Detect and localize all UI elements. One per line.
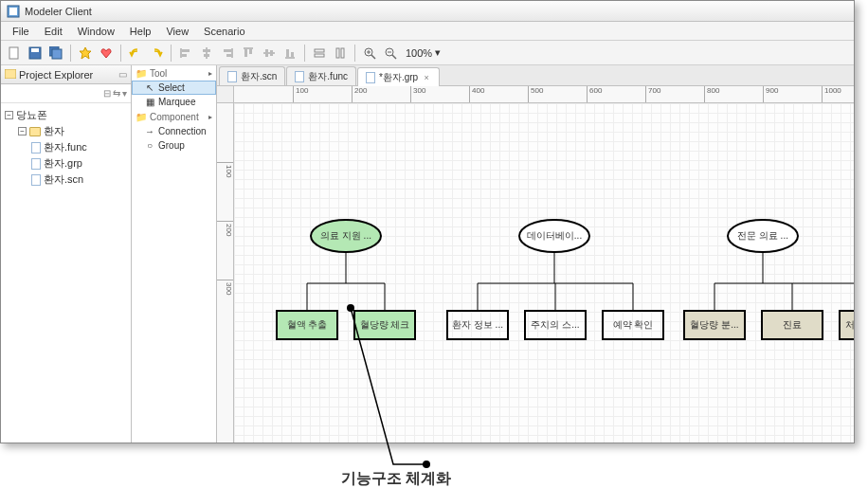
menu-view[interactable]: View — [158, 24, 196, 39]
ruler-tick: 800 — [704, 86, 719, 102]
link-editor-icon[interactable]: ⇆ — [113, 88, 120, 99]
folder-icon: 📁 — [136, 112, 147, 122]
editor-tabs: 환자.scn 환자.func *환자.grp× — [217, 65, 854, 86]
toolbar-separator — [354, 45, 355, 62]
svg-rect-22 — [270, 50, 273, 56]
save-icon[interactable] — [26, 44, 45, 63]
align-bottom-icon[interactable] — [280, 44, 299, 63]
tree-root[interactable]: − 당뇨폰 — [5, 107, 127, 123]
dropdown-icon[interactable]: ▾ — [435, 46, 441, 59]
match-height-icon[interactable] — [331, 44, 350, 63]
zoom-in-icon[interactable] — [360, 44, 379, 63]
diagram-rect[interactable]: 주치의 스... — [524, 310, 587, 340]
undo-icon[interactable] — [126, 44, 145, 63]
tree-label: 당뇨폰 — [16, 108, 47, 122]
zoom-level[interactable]: 100%▾ — [406, 46, 441, 59]
ruler-tick: 300 — [410, 86, 425, 102]
marquee-icon: ▦ — [145, 98, 154, 107]
palette-panel: 📁 Tool ▸ ↖ Select ▦ Marquee 📁 Component … — [132, 65, 217, 443]
toolbar-separator — [171, 45, 172, 62]
match-width-icon[interactable] — [310, 44, 329, 63]
align-middle-icon[interactable] — [260, 44, 279, 63]
svg-rect-6 — [52, 49, 62, 59]
diagram-rect[interactable]: 혈액 추출 — [276, 310, 338, 340]
align-left-icon[interactable] — [176, 44, 195, 63]
toolbar-separator — [70, 45, 71, 62]
align-right-icon[interactable] — [218, 44, 237, 63]
explorer-title: Project Explorer — [19, 69, 93, 81]
align-center-icon[interactable] — [197, 44, 216, 63]
zoom-out-icon[interactable] — [381, 44, 400, 63]
palette-select[interactable]: ↖ Select — [132, 81, 216, 95]
diagram-rect[interactable]: 예약 확인 — [602, 310, 664, 340]
diagram-rect[interactable]: 처방전 발급 — [839, 310, 854, 340]
ruler-tick: 100 — [217, 162, 233, 177]
file-icon — [31, 142, 41, 154]
tree-file[interactable]: 환자.func — [5, 139, 127, 155]
collapse-icon[interactable]: − — [18, 127, 27, 136]
align-top-icon[interactable] — [239, 44, 258, 63]
collapse-icon[interactable]: − — [5, 111, 13, 119]
palette-connection[interactable]: → Connection — [132, 124, 216, 138]
svg-marker-7 — [80, 47, 91, 59]
palette-marquee[interactable]: ▦ Marquee — [132, 95, 216, 109]
diagram-rect[interactable]: 진료 — [761, 310, 823, 340]
menu-help[interactable]: Help — [122, 24, 159, 39]
ruler-horizontal: 10020030040050060070080090010001100 — [217, 86, 854, 103]
svg-rect-2 — [9, 47, 18, 59]
redo-icon[interactable] — [147, 44, 166, 63]
diagram-oval[interactable]: 의료 지원 ... — [310, 219, 382, 253]
cursor-icon: ↖ — [145, 83, 154, 93]
diagram-oval[interactable]: 데이터베이... — [518, 219, 590, 253]
folder-icon: 📁 — [136, 68, 147, 79]
menu-scenario[interactable]: Scenario — [196, 24, 252, 39]
diagram-rect[interactable]: 혈당량 체크 — [353, 310, 416, 340]
favorite-icon[interactable] — [76, 44, 95, 63]
explorer-header: Project Explorer ▭ — [1, 65, 131, 84]
tree-file[interactable]: 환자.grp — [5, 155, 127, 172]
file-icon — [31, 158, 41, 170]
minimize-icon[interactable]: ▭ — [118, 69, 127, 80]
ruler-tick: 600 — [587, 86, 602, 102]
window-title: Modeler Client — [25, 6, 92, 17]
new-icon[interactable] — [5, 44, 24, 63]
svg-line-31 — [371, 55, 375, 59]
group-icon: ○ — [145, 141, 154, 151]
ruler-tick: 200 — [352, 86, 367, 102]
heart-icon[interactable] — [97, 44, 116, 63]
svg-rect-37 — [5, 69, 16, 79]
ruler-tick: 100 — [293, 86, 308, 102]
project-explorer-panel: Project Explorer ▭ ⊟ ⇆ ▾ − 당뇨폰 − 환자 — [1, 65, 132, 443]
svg-rect-10 — [182, 54, 187, 57]
toolbar-separator — [304, 45, 305, 62]
collapse-all-icon[interactable]: ⊟ — [103, 88, 111, 99]
tree-file[interactable]: 환자.scn — [5, 172, 127, 188]
menu-window[interactable]: Window — [70, 24, 122, 39]
menu-file[interactable]: File — [5, 24, 37, 39]
diagram-oval[interactable]: 전문 의료 ... — [727, 219, 799, 253]
close-icon[interactable]: × — [422, 73, 431, 82]
view-menu-icon[interactable]: ▾ — [122, 88, 127, 99]
diagram-rect[interactable]: 혈당량 분... — [683, 310, 746, 340]
ruler-tick: 400 — [469, 86, 484, 102]
chevron-icon: ▸ — [208, 69, 212, 78]
svg-rect-26 — [315, 49, 324, 52]
palette-group[interactable]: ○ Group — [132, 138, 216, 153]
menu-edit[interactable]: Edit — [37, 24, 70, 39]
menubar: File Edit Window Help View Scenario — [1, 22, 854, 41]
save-all-icon[interactable] — [46, 44, 65, 63]
tab-scn[interactable]: 환자.scn — [219, 66, 285, 85]
tree-label: 환자.func — [44, 140, 87, 154]
ruler-tick: 500 — [528, 86, 543, 102]
diagram-rect[interactable]: 환자 정보 ... — [446, 310, 509, 340]
tab-grp[interactable]: *환자.grp× — [357, 67, 440, 86]
tab-func[interactable]: 환자.func — [286, 66, 356, 85]
editor-area: 환자.scn 환자.func *환자.grp× 1002003004005006… — [217, 65, 854, 443]
palette-component-header[interactable]: 📁 Component ▸ — [132, 109, 216, 124]
folder-icon — [29, 127, 41, 136]
palette-tool-header[interactable]: 📁 Tool ▸ — [132, 65, 216, 81]
diagram-canvas[interactable]: 의료 지원 ...데이터베이...전문 의료 ...혈액 추출혈당량 체크환자 … — [234, 103, 854, 443]
ruler-vertical: 100200300 — [217, 103, 234, 443]
ruler-tick: 900 — [763, 86, 778, 102]
tree-folder[interactable]: − 환자 — [5, 123, 127, 139]
